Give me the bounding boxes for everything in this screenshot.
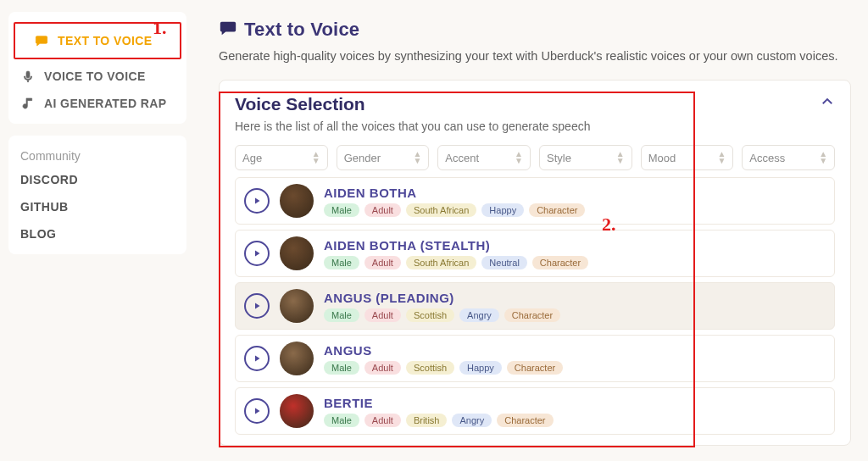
filter-label: Age [242, 152, 262, 164]
filter-label: Gender [344, 152, 381, 164]
voice-tag: Adult [364, 414, 401, 427]
voice-avatar [280, 342, 314, 375]
sort-icon: ▲▼ [515, 151, 523, 164]
page-title: Text to Voice [244, 19, 359, 41]
voice-info: BERTIEMaleAdultBritishAngryCharacter [324, 396, 554, 427]
voice-tags: MaleAdultSouth AfricanHappyCharacter [324, 203, 585, 217]
nav-item-label: VOICE TO VOICE [44, 69, 146, 83]
voice-tag: Character [507, 361, 563, 375]
nav-group: TEXT TO VOICEVOICE TO VOICEAI GENERATED … [8, 12, 186, 124]
voice-tag: Character [504, 308, 560, 322]
voice-tag: Adult [364, 256, 401, 269]
voice-tag: South African [406, 256, 476, 269]
page-header: Text to Voice [219, 19, 851, 41]
voice-tag: Scottish [406, 308, 454, 322]
voice-tag: Male [324, 361, 359, 375]
voice-avatar [280, 236, 314, 270]
voice-avatar [280, 289, 314, 323]
voice-tag: Male [324, 308, 359, 322]
voice-tags: MaleAdultScottishAngryCharacter [324, 308, 560, 322]
voice-tag: Character [532, 256, 588, 269]
mic-icon [20, 69, 36, 83]
music-icon [20, 97, 36, 110]
nav-item-voice-to-voice[interactable]: VOICE TO VOICE [8, 63, 186, 90]
voice-info: ANGUSMaleAdultScottishHappyCharacter [324, 343, 563, 375]
nav-item-text-to-voice[interactable]: TEXT TO VOICE [22, 27, 173, 54]
filter-label: Accent [445, 152, 479, 164]
play-button[interactable] [244, 293, 270, 319]
community-link-github[interactable]: GITHUB [8, 193, 186, 220]
nav-item-label: TEXT TO VOICE [58, 34, 153, 47]
voice-selection-panel: Voice Selection Here is the list of all … [219, 80, 851, 446]
sort-icon: ▲▼ [819, 151, 827, 164]
community-heading: Community [8, 142, 186, 166]
voice-tag: Scottish [406, 361, 454, 375]
panel-subtitle: Here is the list of all the voices that … [235, 119, 590, 133]
voice-tag: Neutral [481, 256, 526, 269]
sort-icon: ▲▼ [312, 151, 320, 164]
voice-tag: Character [529, 203, 585, 217]
nav-item-label: AI GENERATED RAP [44, 97, 167, 110]
filter-access[interactable]: Access▲▼ [742, 145, 835, 170]
play-button[interactable] [244, 346, 270, 371]
filter-label: Mood [648, 152, 676, 164]
voice-row[interactable]: ANGUSMaleAdultScottishHappyCharacter [235, 335, 835, 382]
voice-row[interactable]: AIDEN BOTHA (STEALTH)MaleAdultSouth Afri… [235, 230, 835, 277]
filter-label: Access [749, 152, 785, 164]
voice-row[interactable]: AIDEN BOTHAMaleAdultSouth AfricanHappyCh… [235, 177, 835, 225]
voice-row[interactable]: ANGUS (PLEADING)MaleAdultScottishAngryCh… [235, 282, 835, 330]
voice-tag: Character [497, 414, 553, 427]
main: Text to Voice Generate high-quality voic… [195, 0, 868, 461]
sidebar: TEXT TO VOICEVOICE TO VOICEAI GENERATED … [0, 0, 195, 461]
voice-info: ANGUS (PLEADING)MaleAdultScottishAngryCh… [324, 291, 560, 322]
voice-name: ANGUS (PLEADING) [324, 291, 560, 305]
play-button[interactable] [244, 188, 270, 214]
chat-icon [219, 19, 237, 41]
sort-icon: ▲▼ [413, 151, 421, 164]
voice-tag: Angry [452, 414, 492, 427]
community-link-blog[interactable]: BLOG [8, 220, 186, 247]
voice-tags: MaleAdultScottishHappyCharacter [324, 361, 563, 375]
collapse-toggle[interactable] [820, 94, 835, 113]
voice-row[interactable]: BERTIEMaleAdultBritishAngryCharacter [235, 387, 835, 435]
voice-tag: Male [324, 256, 359, 269]
sort-icon: ▲▼ [616, 151, 625, 164]
filter-age[interactable]: Age▲▼ [235, 145, 328, 170]
voice-name: AIDEN BOTHA (STEALTH) [324, 238, 588, 253]
community-link-discord[interactable]: DISCORD [8, 166, 186, 193]
voice-tag: Adult [364, 361, 401, 375]
voice-tags: MaleAdultSouth AfricanNeutralCharacter [324, 256, 588, 269]
voice-tag: British [406, 414, 448, 427]
voice-tag: Happy [481, 203, 524, 217]
sort-icon: ▲▼ [717, 151, 726, 164]
panel-title: Voice Selection [235, 94, 590, 114]
voice-tag: Adult [364, 203, 401, 217]
voice-tag: South African [406, 203, 476, 217]
filter-style[interactable]: Style▲▼ [539, 145, 632, 170]
voice-tags: MaleAdultBritishAngryCharacter [324, 414, 554, 427]
voice-name: BERTIE [324, 396, 554, 410]
voice-avatar [280, 184, 314, 218]
voice-avatar [280, 394, 314, 428]
voice-tag: Angry [459, 308, 499, 322]
voice-list: AIDEN BOTHAMaleAdultSouth AfricanHappyCh… [235, 177, 835, 435]
page-subtitle: Generate high-quality voices by synthesi… [219, 49, 851, 63]
voice-tag: Adult [364, 308, 401, 322]
voice-name: AIDEN BOTHA [324, 186, 585, 200]
voice-tag: Male [324, 414, 359, 427]
nav-item-ai-generated-rap[interactable]: AI GENERATED RAP [8, 90, 186, 117]
play-button[interactable] [244, 241, 270, 266]
voice-info: AIDEN BOTHAMaleAdultSouth AfricanHappyCh… [324, 186, 585, 217]
voice-info: AIDEN BOTHA (STEALTH)MaleAdultSouth Afri… [324, 238, 588, 269]
voice-tag: Male [324, 203, 359, 217]
chat-icon [34, 34, 49, 47]
community-group: Community DISCORDGITHUBBLOG [8, 136, 186, 254]
voice-name: ANGUS [324, 343, 563, 358]
filter-gender[interactable]: Gender▲▼ [337, 145, 430, 170]
voice-tag: Happy [459, 361, 502, 375]
filter-mood[interactable]: Mood▲▼ [641, 145, 734, 170]
filter-row: Age▲▼Gender▲▼Accent▲▼Style▲▼Mood▲▼Access… [235, 145, 835, 170]
filter-accent[interactable]: Accent▲▼ [437, 145, 531, 170]
filter-label: Style [547, 152, 571, 164]
play-button[interactable] [244, 398, 270, 424]
